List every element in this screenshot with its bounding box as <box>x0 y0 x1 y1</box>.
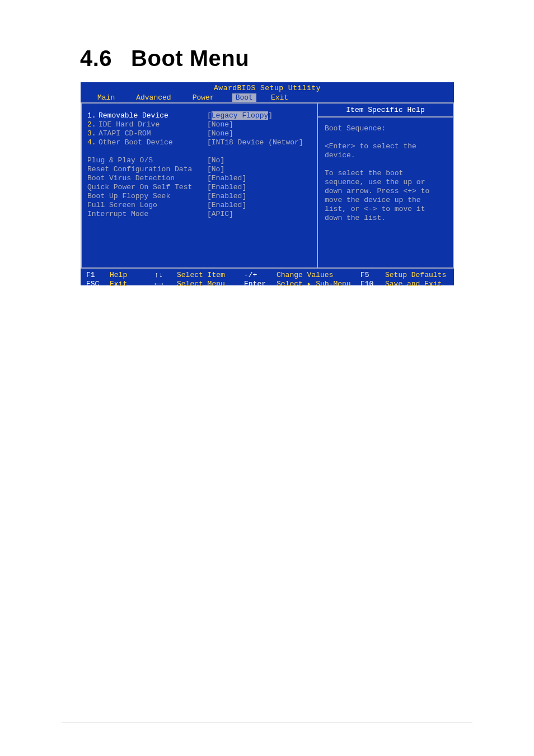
bios-help-text: Boot Sequence: <Enter> to select the dev… <box>318 118 453 223</box>
bios-option-row[interactable]: Boot Up Floppy Seek [Enabled] <box>87 192 317 201</box>
bios-footer: F1Help ↑↓Select Item -/+Change Values F5… <box>81 269 454 292</box>
page-footer-rule <box>62 722 472 722</box>
section-number: 4.6 <box>80 46 112 71</box>
bios-title: AwardBIOS Setup Utility <box>81 82 454 92</box>
bios-menu-advanced[interactable]: Advanced <box>136 93 171 102</box>
bios-option-row[interactable]: Full Screen Logo [Enabled] <box>87 201 317 210</box>
bios-left-panel: 1.Removable Device [Legacy Floppy] 2.IDE… <box>81 104 318 269</box>
section-title: Boot Menu <box>131 46 249 71</box>
bios-settings-list: 1.Removable Device [Legacy Floppy] 2.IDE… <box>82 104 317 219</box>
bios-help-panel: Item Specific Help Boot Sequence: <Enter… <box>318 104 454 269</box>
bios-option-row[interactable]: Quick Power On Self Test [Enabled] <box>87 183 317 192</box>
boot-device-row[interactable]: 1.Removable Device [Legacy Floppy] <box>87 111 317 120</box>
boot-device-row[interactable]: 4.Other Boot Device [INT18 Device (Netwo… <box>87 138 317 147</box>
bios-option-row[interactable]: Reset Configuration Data [No] <box>87 165 317 174</box>
bios-footer-line1: F1Help ↑↓Select Item -/+Change Values F5… <box>86 271 448 280</box>
boot-device-row[interactable]: 3.ATAPI CD-ROM [None] <box>87 129 317 138</box>
bios-menu-exit[interactable]: Exit <box>271 93 288 102</box>
bios-option-row[interactable]: Boot Virus Detection [Enabled] <box>87 174 317 183</box>
bios-option-row[interactable]: Plug & Play O/S [No] <box>87 156 317 165</box>
bios-option-row[interactable]: Interrupt Mode [APIC] <box>87 210 317 219</box>
bios-menu-boot[interactable]: Boot <box>232 93 256 102</box>
bios-menu-main[interactable]: Main <box>97 93 115 102</box>
bios-screenshot: AwardBIOS Setup Utility Main Advanced Po… <box>81 82 454 285</box>
section-heading: 4.6Boot Menu <box>80 46 249 71</box>
bios-help-title: Item Specific Help <box>318 104 453 118</box>
bios-footer-line2: ESCExit ←→Select Menu EnterSelect ▸ Sub-… <box>86 280 448 289</box>
bios-menu-bar: Main Advanced Power Boot Exit <box>81 92 454 102</box>
boot-device-row[interactable]: 2.IDE Hard Drive [None] <box>87 120 317 129</box>
bios-body: 1.Removable Device [Legacy Floppy] 2.IDE… <box>81 102 454 269</box>
bios-menu-power[interactable]: Power <box>193 93 214 102</box>
